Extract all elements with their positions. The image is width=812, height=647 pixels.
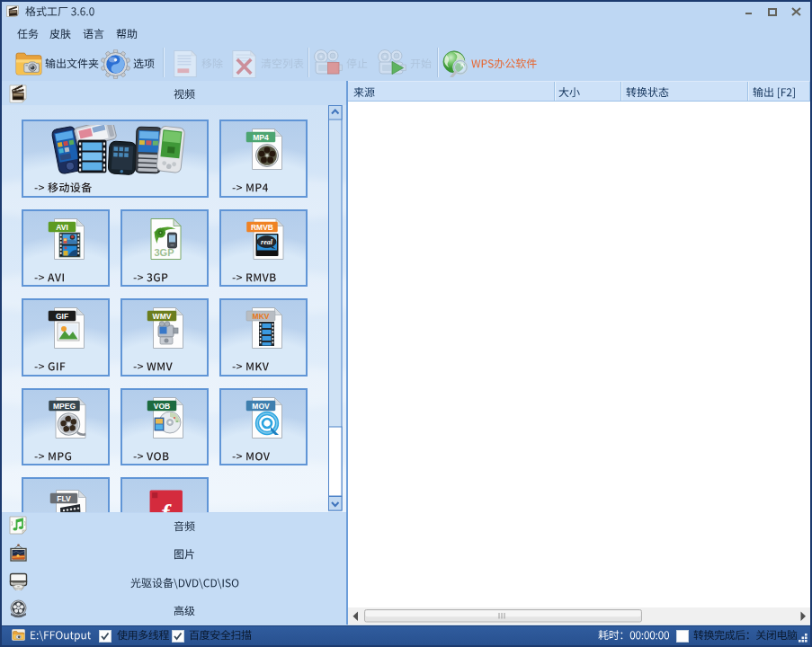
svg-text:WMV: WMV — [153, 312, 172, 321]
svg-text:MP4: MP4 — [253, 133, 269, 142]
svg-text:MKV: MKV — [253, 312, 270, 321]
svg-text:VOB: VOB — [154, 402, 170, 411]
svg-text:real: real — [261, 238, 273, 246]
svg-text:RMVB: RMVB — [251, 223, 273, 232]
svg-text:MPEG: MPEG — [53, 402, 76, 411]
svg-text:3GP: 3GP — [154, 247, 174, 258]
svg-text:GIF: GIF — [56, 312, 68, 321]
svg-text:FLV: FLV — [57, 494, 71, 503]
svg-text:MOV: MOV — [252, 402, 270, 411]
svg-text:AVI: AVI — [56, 223, 68, 232]
